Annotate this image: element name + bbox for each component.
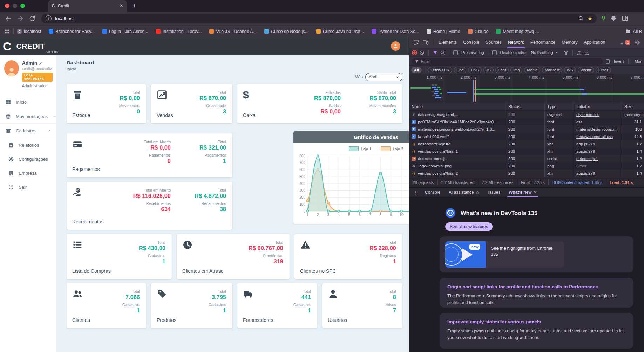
tab-close-icon[interactable]: ✕ <box>120 3 123 8</box>
filter-chip-css[interactable]: CSS <box>468 67 482 73</box>
request-name[interactable]: data:image/svg+xml,... <box>418 112 458 117</box>
card-clientes[interactable]: Clientes Total 7.066Cadastros 1 <box>67 283 146 328</box>
bookmark-item[interactable]: C localhost <box>17 29 41 34</box>
inspect-element-icon[interactable] <box>413 40 419 46</box>
devtools-tab-memory[interactable]: Memory <box>558 37 581 48</box>
bookmark-item[interactable]: Installation - Larav... <box>156 29 202 34</box>
card-clientes-no-spc[interactable]: Clientes no SPC Total R$ 228,00Registros… <box>294 234 402 279</box>
disclosure-chevron-icon[interactable]: ∨ <box>412 112 416 117</box>
network-request-row[interactable]: JSdetector-exec.js 200 script detector.j… <box>409 155 644 162</box>
sidebar-item-empresa[interactable]: Empresa <box>0 166 56 180</box>
card-caixa[interactable]: $Caixa Entradas R$ 870,00Saídas R$ 0,00S… <box>237 84 402 123</box>
close-window-button[interactable] <box>5 4 9 8</box>
record-network-icon[interactable] <box>412 50 417 55</box>
bookmark-item[interactable]: Home | Home <box>427 29 460 34</box>
column-header-type[interactable]: Type <box>545 103 574 110</box>
column-header-status[interactable]: Status <box>506 103 545 110</box>
all-bookmarks-button[interactable]: All B <box>623 26 642 37</box>
network-request-row[interactable]: {}vendas-por-dia?loja=2 200 xhr app.js:2… <box>409 170 644 177</box>
side-panel-icon[interactable] <box>622 15 628 22</box>
drawer-tab-whatsnew[interactable]: What's new✕ <box>504 187 541 197</box>
close-icon[interactable]: ✕ <box>534 190 537 195</box>
preserve-log-checkbox[interactable] <box>453 50 458 55</box>
search-network-icon[interactable] <box>440 50 445 55</box>
request-initiator[interactable]: app.js:279 <box>576 149 595 153</box>
card-clientes-em-atraso[interactable]: Clientes em Atraso Total R$ 60.767,00Pen… <box>177 234 290 279</box>
bookmark-item[interactable]: Curso Java na Prát... <box>316 29 364 34</box>
drawer-menu-icon[interactable]: ⋮ <box>413 190 418 195</box>
back-icon[interactable] <box>5 15 12 22</box>
card-estoque[interactable]: Estoque Total R$ 0,00Movimentos 0 <box>67 84 146 123</box>
whats-new-link[interactable]: Improved empty states for various panels <box>447 319 626 324</box>
more-tabs-icon[interactable]: » <box>621 40 623 45</box>
legend-item[interactable]: Loja 1 <box>349 146 372 151</box>
devtools-tab-network[interactable]: Network <box>505 37 527 48</box>
request-name[interactable]: vendas-por-dia?loja=1 <box>418 149 458 153</box>
card-recebimentos[interactable]: $Recebimentos Total em Aberto R$ 116.026… <box>67 182 232 230</box>
sidebar-item-movimentacoes[interactable]: Movimentações <box>0 109 56 123</box>
settings-gear-icon[interactable] <box>634 40 640 46</box>
network-overview[interactable]: 1,000 ms 2,000 ms 3,000 ms 4,000 ms 5,00… <box>409 75 644 103</box>
card-pagamentos[interactable]: Pagamentos Total em Aberto R$ 0,00Pagame… <box>67 133 232 177</box>
sidebar-item-cadastros[interactable]: Cadastros <box>0 123 56 138</box>
site-info-icon[interactable]: i <box>46 15 52 21</box>
filter-chip-other[interactable]: Other <box>596 67 611 73</box>
search-icon[interactable] <box>578 15 584 21</box>
edit-pencil-icon[interactable] <box>39 61 43 65</box>
network-request-row[interactable]: ∨data:image/svg+xml,... 200 svg+xml styl… <box>409 111 644 118</box>
legend-item[interactable]: Loja 2 <box>381 146 404 151</box>
request-name[interactable]: fa-solid-900.woff2 <box>418 134 450 139</box>
filter-chip-fetchxhr[interactable]: Fetch/XHR <box>428 67 452 73</box>
bookmark-item[interactable]: Curso de Node.js... <box>264 29 309 34</box>
filter-chip-js[interactable]: JS <box>483 67 494 73</box>
request-name[interactable]: dashboard?loja=2 <box>418 142 450 146</box>
month-select[interactable]: Abril <box>365 73 402 81</box>
filter-chip-ws[interactable]: WS <box>564 67 576 73</box>
request-initiator[interactable]: style.min.css <box>576 112 599 117</box>
drawer-tab-console[interactable]: Console <box>421 187 445 197</box>
filter-chip-all[interactable]: All <box>411 67 422 73</box>
column-header-size[interactable]: Size <box>622 103 644 110</box>
drawer-tab-aiassistance[interactable]: AI assistance <box>445 187 484 197</box>
request-initiator[interactable]: materialdesignicons.mi <box>576 127 617 131</box>
invert-checkbox[interactable] <box>606 59 610 64</box>
address-bar[interactable]: i localhost ★ <box>41 14 597 23</box>
network-request-row[interactable]: Tmaterialdesignicons-webfont.woff2?v=1.8… <box>409 125 644 133</box>
filter-input[interactable]: Filter <box>412 58 603 65</box>
devtools-tab-application[interactable]: Application <box>581 37 608 48</box>
url-text[interactable]: localhost <box>55 16 575 21</box>
column-header-initiator[interactable]: Initiator <box>574 103 622 110</box>
card-produtos[interactable]: Produtos Total 3.795Cadastros 1 <box>151 283 232 328</box>
extensions-puzzle-icon[interactable] <box>610 15 617 22</box>
browser-tab[interactable]: C Credit ✕ <box>48 0 127 12</box>
request-initiator[interactable]: detector.js:1 <box>576 157 598 161</box>
new-tab-button[interactable]: + <box>133 2 136 10</box>
import-har-icon[interactable] <box>577 50 582 55</box>
card-vendas[interactable]: Vendas Total R$ 870,00Quantidade 3 <box>151 84 232 123</box>
filter-chip-manifest[interactable]: Manifest <box>542 67 562 73</box>
devtools-tab-console[interactable]: Console <box>460 37 482 48</box>
request-initiator[interactable]: app.js:279 <box>576 142 595 146</box>
bookmark-item[interactable]: Claude <box>468 29 489 34</box>
more-filters-label[interactable]: Mor <box>635 59 642 63</box>
card-usuarios[interactable]: Usuários Total 8Ativos 7 <box>322 283 402 328</box>
filter-chip-wasm[interactable]: Wasm <box>578 67 594 73</box>
devtools-tab-sources[interactable]: Sources <box>482 37 505 48</box>
sidebar-item-configuracoes[interactable]: Configurações <box>0 152 56 166</box>
play-icon[interactable] <box>462 248 473 261</box>
filter-funnel-icon[interactable] <box>433 50 438 55</box>
device-toolbar-icon[interactable] <box>423 40 429 46</box>
devtools-tab-performance[interactable]: Performance <box>527 37 559 48</box>
sidebar-item-inicio[interactable]: Início <box>0 95 56 109</box>
clear-network-icon[interactable] <box>419 50 425 55</box>
forward-icon[interactable] <box>17 15 24 22</box>
request-name[interactable]: detector-exec.js <box>418 157 446 161</box>
request-name[interactable]: vendas-por-dia?loja=2 <box>418 171 458 175</box>
request-name[interactable]: logo-icon-mini.png <box>419 164 452 168</box>
app-logo[interactable]: C <box>3 40 12 52</box>
error-count-badge[interactable]: 1 <box>625 40 630 45</box>
request-initiator[interactable]: fontawesome-all.css <box>576 134 613 139</box>
card-fornecedores[interactable]: Fornecedores Total 441Cadastros 1 <box>237 283 317 328</box>
export-har-icon[interactable] <box>584 50 589 55</box>
network-request-row[interactable]: Tfa-solid-900.woff2 200 font fontawesome… <box>409 133 644 140</box>
